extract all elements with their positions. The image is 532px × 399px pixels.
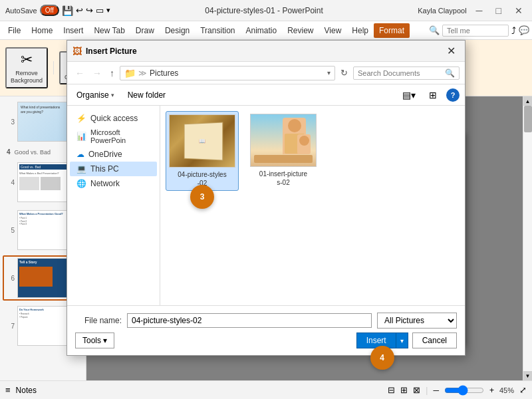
file-thumb-1: 📖 [169,114,235,168]
filename-row: File name: All Pictures All Files JPEG P… [75,313,457,329]
footer-btn-row: Tools ▾ Insert ▾ 4 Cancel [75,332,457,348]
view-button[interactable]: ▤▾ [398,88,420,102]
this-pc-label: This PC [90,164,119,174]
step4-badge: 4 [380,353,384,362]
nav-this-pc[interactable]: 💻 This PC [70,162,157,176]
refresh-button[interactable]: ↻ [338,66,350,79]
filetype-select[interactable]: All Pictures All Files JPEG PNG [377,313,457,329]
file-label-2: 01-insert-pictures-02 [259,170,307,187]
back-button[interactable]: ← [72,66,87,80]
step3-badge: 3 [200,192,205,201]
organise-label: Organise [76,90,109,100]
onedrive-icon: ☁ [76,150,84,159]
insert-button[interactable]: Insert [356,332,396,348]
file-thumb-2 [250,114,317,167]
nav-panel: ⚡ Quick access 📊 Microsoft PowerPoin ☁ O… [67,106,160,305]
dialog-title-icon: 🖼 [72,46,82,57]
quick-access-label: Quick access [90,114,138,123]
up-button[interactable]: ↑ [107,66,117,80]
path-dropdown[interactable]: 📁 ≫ Pictures ▾ [120,66,335,80]
path-text: Pictures [150,68,178,78]
file-grid: 📖 04-picture-styles-02 3 [160,106,465,305]
this-pc-icon: 💻 [76,164,86,174]
insert-dropdown-button[interactable]: ▾ [396,332,408,348]
path-separator: ≫ [138,68,147,78]
search-icon: 🔍 [445,68,455,78]
filename-label: File name: [75,316,122,325]
powerpoint-label: Microsoft PowerPoin [90,128,150,144]
nav-network[interactable]: 🌐 Network [70,176,157,191]
forward-button[interactable]: → [90,66,104,80]
tools-chevron: ▾ [103,336,107,345]
filename-input[interactable] [127,313,372,328]
nav-quick-access[interactable]: ⚡ Quick access [70,111,157,126]
network-label: Network [90,179,120,188]
new-folder-label: New folder [128,90,166,100]
dialog-toolbar: Organise ▾ New folder ▤▾ ⊞ ? [67,84,465,106]
file-item-1[interactable]: 📖 04-picture-styles-02 3 [166,111,239,191]
dialog-footer: File name: All Pictures All Files JPEG P… [67,305,465,355]
organise-button[interactable]: Organise ▾ [72,88,118,102]
dialog-title: Insert Picture [86,47,443,56]
powerpoint-icon: 📊 [76,132,86,141]
folder-icon: 📁 [124,68,136,78]
insert-btn-group: Insert ▾ 4 [356,332,408,348]
dialog-nav: ← → ↑ 📁 ≫ Pictures ▾ ↻ 🔍 [67,62,465,84]
dialog-titlebar: 🖼 Insert Picture ✕ [67,41,465,62]
quick-access-icon: ⚡ [76,114,86,123]
dialog-close-button[interactable]: ✕ [443,43,460,59]
nav-microsoft-pp[interactable]: 📊 Microsoft PowerPoin [70,126,157,147]
network-icon: 🌐 [76,179,86,188]
new-folder-button[interactable]: New folder [124,88,170,102]
insert-picture-dialog: 🖼 Insert Picture ✕ ← → ↑ 📁 ≫ Pictures ▾ … [66,40,466,356]
help-button[interactable]: ? [446,88,460,102]
search-input[interactable] [358,69,445,77]
onedrive-label: OneDrive [88,150,122,159]
cancel-button[interactable]: Cancel [412,332,457,348]
nav-onedrive[interactable]: ☁ OneDrive [70,147,157,162]
dialog-overlay: 🖼 Insert Picture ✕ ← → ↑ 📁 ≫ Pictures ▾ … [0,0,532,399]
tools-label: Tools [82,336,101,345]
organise-chevron: ▾ [111,92,114,98]
path-chevron: ▾ [327,69,331,76]
search-box: 🔍 [353,66,460,80]
tools-button[interactable]: Tools ▾ [75,332,114,348]
dialog-body: ⚡ Quick access 📊 Microsoft PowerPoin ☁ O… [67,106,465,305]
file-item-2[interactable]: 01-insert-pictures-02 [247,111,320,191]
pane-button[interactable]: ⊞ [425,88,441,102]
